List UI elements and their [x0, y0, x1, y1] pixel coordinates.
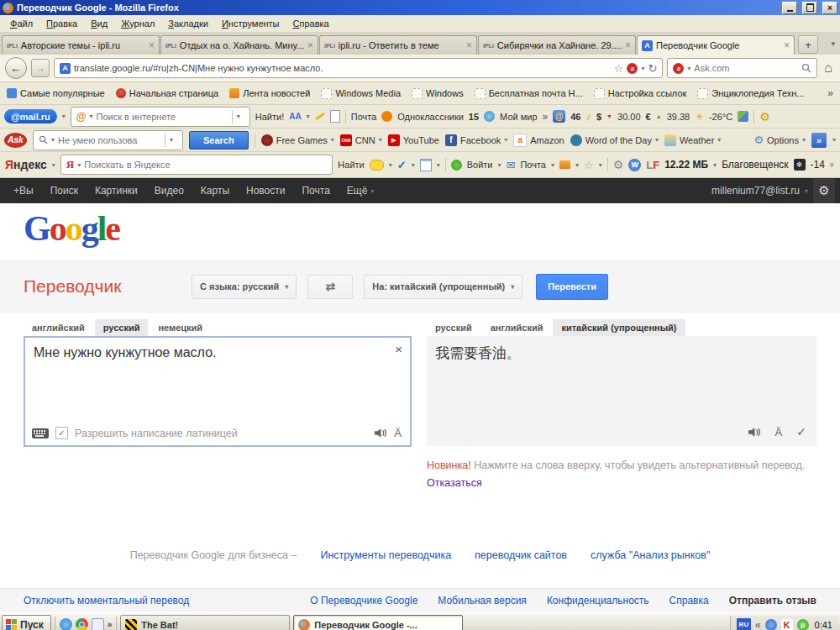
start-button[interactable]: Пуск [2, 615, 51, 630]
swap-languages-button[interactable]: ⇄ [307, 275, 353, 299]
word-of-the-day-link[interactable]: Word of the Day▾ [570, 134, 659, 146]
restore-button[interactable] [802, 2, 817, 14]
dropdown-icon[interactable]: ▾ [497, 161, 501, 169]
tab-close-icon[interactable]: × [784, 39, 790, 51]
clear-source-icon[interactable]: × [395, 342, 402, 356]
tab-close-icon[interactable]: × [625, 39, 631, 51]
google-nav-video[interactable]: Видео [146, 185, 192, 197]
instant-translation-toggle-link[interactable]: Отключить моментальный перевод [24, 595, 189, 606]
yandex-overflow-icon[interactable]: » [827, 162, 837, 167]
bookmark-item[interactable]: Самые популярные [7, 88, 105, 98]
menu-history[interactable]: Журнал [114, 17, 161, 30]
virtual-keyboard-icon[interactable] [32, 428, 49, 438]
comments-bubble-icon[interactable] [370, 160, 384, 171]
bookmark-item[interactable]: Энциклопедия Техн... [697, 88, 804, 99]
moymir-link[interactable]: Мой мир [500, 112, 537, 122]
dropdown-icon[interactable]: ▾ [599, 161, 602, 169]
mailru-search-placeholder[interactable]: Поиск в интернете [97, 112, 228, 122]
dropdown-icon[interactable]: ▾ [379, 136, 382, 144]
font-size-icon[interactable]: АА [289, 112, 301, 121]
url-dropdown-icon[interactable]: ▾ [641, 65, 644, 72]
dropdown-icon[interactable]: ▾ [331, 136, 334, 144]
mobile-link[interactable]: Мобильная версия [438, 595, 527, 606]
page-icon[interactable] [330, 110, 340, 123]
map-icon[interactable] [738, 111, 748, 122]
about-link[interactable]: О Переводчике Google [310, 595, 417, 606]
browser-tab[interactable]: iPLi Сибирячки на Хайнане. 29.... × [478, 35, 636, 55]
mailru-mail-link[interactable]: Почта [351, 112, 377, 122]
latin-checkbox-label[interactable]: Разрешить написание латиницей [75, 428, 368, 439]
chrome-icon[interactable] [76, 618, 88, 630]
mailru-logo[interactable]: @mail.ru [4, 109, 57, 123]
transliteration-icon[interactable]: Ä [775, 426, 783, 438]
google-nav-more[interactable]: Ещё▾ [339, 185, 383, 197]
yandex-search-placeholder[interactable]: Поискать в Яндексе [84, 160, 327, 170]
options-link[interactable]: ⚙Options▾ [753, 134, 806, 146]
menu-bookmarks[interactable]: Закладки [161, 17, 215, 30]
google-nav-plus-you[interactable]: +Вы [5, 185, 42, 197]
close-button[interactable]: × [822, 2, 837, 14]
mail-counter-icon[interactable]: @ [553, 110, 565, 123]
google-nav-news[interactable]: Новости [238, 185, 293, 197]
dropdown-icon[interactable]: ▾ [52, 161, 55, 169]
ask-search-button[interactable]: Search [189, 131, 249, 150]
google-settings-gear-icon[interactable]: ⚙ [813, 178, 835, 203]
quick-launch-overflow-icon[interactable]: » [108, 620, 113, 629]
bookmarks-overflow-icon[interactable]: » [827, 87, 833, 99]
mailru-find-button[interactable]: Найти! [255, 112, 284, 122]
tray-collapse-icon[interactable]: « [755, 619, 761, 630]
traffic-counter[interactable]: 12.22 МБ [664, 159, 708, 171]
google-nav-search[interactable]: Поиск [42, 185, 87, 197]
weather-link[interactable]: Weather▾ [664, 134, 721, 146]
dropdown-icon[interactable]: ▾ [802, 136, 806, 144]
dropdown-icon[interactable]: ▾ [575, 161, 579, 169]
transliteration-icon[interactable]: Ä [394, 427, 402, 439]
ask-search-text[interactable]: Не умею пользова [58, 135, 161, 145]
menu-tools[interactable]: Инструменты [215, 17, 286, 30]
engine-dropdown-icon[interactable]: ▾ [687, 65, 690, 72]
search-text[interactable]: Ask.com [694, 63, 798, 73]
ask-logo[interactable]: Ask [4, 133, 27, 148]
listen-icon[interactable] [375, 428, 387, 438]
target-language-dropdown[interactable]: На: китайский (упрощенный)▾ [364, 275, 522, 299]
rate-translation-icon[interactable]: ✓ [796, 425, 806, 438]
browser-tab-active[interactable]: A Переводчик Google × [637, 35, 795, 55]
google-nav-maps[interactable]: Карты [192, 185, 238, 197]
dropdown-icon[interactable]: ▾ [90, 113, 93, 120]
bookmark-item[interactable]: Windows Media [321, 88, 401, 99]
menu-help[interactable]: Справка [286, 17, 336, 30]
odnoklassniki-link[interactable]: Одноклассники [397, 112, 464, 122]
notepad-icon[interactable] [92, 618, 104, 630]
taskbar-clock[interactable]: 0:41 [813, 620, 832, 630]
messenger-tray-icon[interactable] [765, 619, 777, 630]
mailru-logo-dropdown-icon[interactable]: ▾ [62, 113, 66, 120]
search-icon[interactable] [801, 63, 811, 73]
listen-icon[interactable] [748, 427, 761, 438]
help-link[interactable]: Справка [669, 595, 709, 606]
browser-tab[interactable]: iPLi Авторские темы - ipli.ru × [2, 35, 160, 55]
amazon-link[interactable]: aAmazon [513, 134, 564, 147]
yandex-mail-link[interactable]: Почта [520, 160, 546, 170]
bookmark-star-icon[interactable]: ☆ [614, 62, 624, 75]
menu-file[interactable]: Файл [3, 17, 39, 30]
url-text[interactable]: translate.google.ru/#ru|zh-CN|Мне нужно … [74, 63, 611, 73]
account-email[interactable]: millenium77@list.ru [711, 185, 800, 197]
music-note-icon[interactable]: ♪ [585, 110, 591, 123]
yandex-settings-icon[interactable]: ⚙ [613, 158, 624, 171]
browser-tab[interactable]: iPLi ipli.ru - Ответить в теме × [319, 35, 477, 55]
bookmark-item[interactable]: Лента новостей [229, 88, 310, 98]
dropdown-icon[interactable]: ▾ [51, 136, 55, 144]
city-label[interactable]: Благовещенск [722, 159, 788, 171]
tab-chinese-active[interactable]: китайский (упрощенный) [553, 319, 685, 336]
reload-icon[interactable]: ↻ [648, 62, 657, 75]
dropdown-icon[interactable]: ▾ [504, 136, 507, 144]
dropdown-icon[interactable]: ▾ [437, 161, 440, 169]
spellcheck-icon[interactable]: ✓ [397, 159, 407, 171]
task-button-firefox-active[interactable]: Переводчик Google -... [293, 615, 463, 630]
yandex-find-button[interactable]: Найти [338, 160, 364, 170]
minimize-button[interactable] [782, 2, 797, 14]
yandex-search-input[interactable]: Я ▾ Поискать в Яндексе [60, 155, 333, 175]
tab-close-icon[interactable]: × [466, 39, 472, 51]
dropdown-icon[interactable]: ▾ [170, 136, 173, 144]
mailru-search-input[interactable]: @ ▾ Поиск в интернете ▾ [71, 107, 250, 127]
